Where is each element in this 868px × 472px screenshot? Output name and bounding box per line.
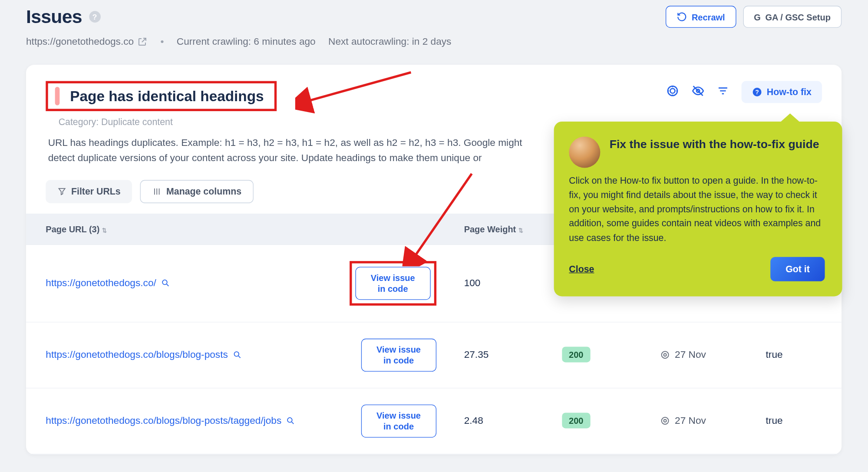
weight-cell: 100	[450, 244, 548, 322]
page-url-link[interactable]: https://gonetothedogs.co/blogs/blog-post…	[46, 349, 242, 361]
columns-icon	[152, 187, 162, 196]
date-cell: 27 Nov	[660, 415, 738, 427]
columns-label: Manage columns	[166, 186, 241, 197]
funnel-icon	[57, 187, 66, 196]
recrawl-label: Recrawl	[692, 12, 725, 22]
url-text: https://gonetothedogs.co/blogs/blog-post…	[46, 415, 281, 427]
help-icon[interactable]: ?	[89, 11, 101, 23]
view-issue-button[interactable]: View issue in code	[361, 404, 436, 437]
popover-title: Fix the issue with the how-to-fix guide	[610, 137, 819, 152]
status-badge: 200	[562, 413, 590, 429]
target-small-icon	[660, 350, 670, 360]
weight-cell: 27.35	[450, 322, 548, 388]
svg-point-0	[668, 86, 677, 96]
avatar	[569, 137, 600, 168]
manage-columns-button[interactable]: Manage columns	[140, 180, 254, 203]
eye-off-icon[interactable]	[691, 85, 704, 100]
filter-urls-button[interactable]: Filter URLs	[46, 180, 132, 203]
svg-point-21	[663, 419, 666, 422]
bool-cell: true	[752, 322, 842, 388]
sort-icon: ⇅	[518, 227, 523, 233]
search-icon	[232, 350, 241, 360]
date-cell: 27 Nov	[660, 349, 738, 361]
svg-line-15	[238, 356, 240, 358]
svg-line-13	[167, 284, 168, 286]
svg-point-17	[663, 353, 666, 356]
howto-popover: Fix the issue with the how-to-fix guide …	[554, 122, 842, 297]
view-issue-highlight: View issue in code	[350, 261, 436, 306]
issue-description: URL has headings duplicates. Example: h1…	[48, 135, 552, 166]
search-icon	[286, 416, 295, 426]
issue-title-highlight: Page has identical headings	[46, 81, 277, 111]
target-icon[interactable]	[666, 85, 679, 100]
view-issue-button[interactable]: View issue in code	[355, 267, 430, 300]
svg-line-19	[292, 422, 294, 424]
current-crawl-text: Current crawling: 6 minutes ago	[177, 36, 316, 48]
svg-point-12	[162, 280, 167, 285]
svg-point-14	[234, 352, 239, 356]
col-page-url[interactable]: Page URL (3)⇅	[26, 213, 450, 244]
sort-icon: ⇅	[102, 227, 107, 233]
col-page-weight[interactable]: Page Weight⇅	[450, 213, 548, 244]
page-url-link[interactable]: https://gonetothedogs.co/	[46, 277, 170, 289]
page-header: Issues ? Recrawl G GA / GSC Setup	[26, 6, 842, 28]
next-crawl-text: Next autocrawling: in 2 days	[328, 36, 451, 48]
svg-point-18	[288, 418, 293, 422]
search-icon	[161, 278, 170, 287]
svg-point-20	[661, 417, 668, 424]
bool-cell: true	[752, 388, 842, 454]
status-badge: 200	[562, 347, 590, 363]
svg-point-16	[661, 351, 668, 358]
popover-close-link[interactable]: Close	[569, 264, 594, 274]
howto-label: How-to fix	[767, 87, 812, 97]
weight-cell: 2.48	[450, 388, 548, 454]
recrawl-button[interactable]: Recrawl	[666, 6, 736, 28]
meta-row: https://gonetothedogs.co • Current crawl…	[26, 36, 842, 48]
site-url-link[interactable]: https://gonetothedogs.co	[26, 36, 148, 48]
svg-text:?: ?	[755, 89, 759, 96]
ga-label: GA / GSC Setup	[765, 12, 830, 22]
site-url-text: https://gonetothedogs.co	[26, 36, 134, 48]
refresh-icon	[677, 12, 687, 22]
severity-indicator	[55, 87, 60, 106]
ga-setup-button[interactable]: G GA / GSC Setup	[743, 6, 842, 28]
url-text: https://gonetothedogs.co/blogs/blog-post…	[46, 349, 228, 361]
popover-gotit-button[interactable]: Got it	[771, 257, 825, 281]
table-row: https://gonetothedogs.co/blogs/blog-post…	[26, 388, 842, 454]
issue-title-text: Page has identical headings	[70, 88, 264, 105]
question-circle-icon: ?	[752, 87, 762, 97]
separator-dot: •	[161, 36, 164, 48]
url-text: https://gonetothedogs.co/	[46, 277, 156, 289]
page-title: Issues	[26, 6, 82, 27]
filter-lines-icon[interactable]	[717, 85, 729, 99]
page-url-link[interactable]: https://gonetothedogs.co/blogs/blog-post…	[46, 415, 295, 427]
target-small-icon	[660, 416, 670, 426]
svg-point-1	[670, 89, 675, 93]
external-link-icon	[137, 36, 148, 47]
howto-fix-button[interactable]: ? How-to fix	[741, 81, 822, 103]
filter-label: Filter URLs	[71, 186, 121, 197]
view-issue-button[interactable]: View issue in code	[361, 338, 436, 371]
google-g-icon: G	[754, 12, 761, 22]
popover-body: Click on the How-to fix button to open a…	[569, 174, 825, 245]
table-row: https://gonetothedogs.co/blogs/blog-post…	[26, 322, 842, 388]
